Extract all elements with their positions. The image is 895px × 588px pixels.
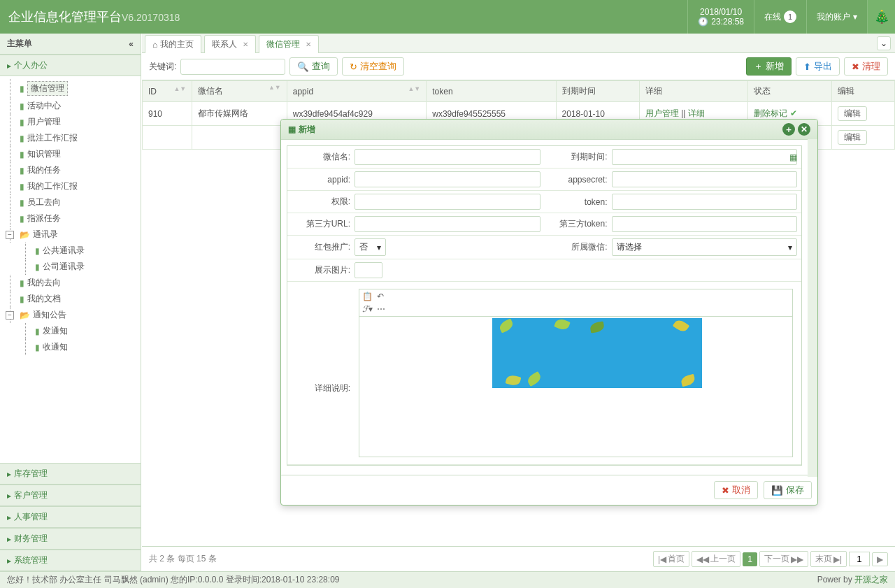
paste-icon[interactable]: 📋	[362, 292, 373, 301]
page-input[interactable]	[849, 552, 870, 566]
footer-greeting: 您好！技术部 办公室主任 司马飘然 (admin) 您的IP:0.0.0.0 登…	[7, 574, 339, 586]
folder-icon: 📂	[20, 310, 30, 320]
tree-item-wechat[interactable]: ▮微信管理	[0, 79, 141, 98]
file-icon: ▮	[20, 294, 24, 304]
editor-canvas[interactable]	[359, 317, 792, 457]
file-icon: ▮	[20, 134, 24, 143]
modal-header[interactable]: ▦新增 ＋ ✕	[281, 120, 817, 140]
input-appsecret[interactable]	[612, 171, 798, 187]
tree-item-activity[interactable]: ▮活动中心	[0, 98, 141, 114]
footer: 您好！技术部 办公室主任 司马飘然 (admin) 您的IP:0.0.0.0 登…	[0, 571, 895, 588]
tree-collapse-icon[interactable]: −	[6, 311, 14, 320]
search-button[interactable]: 🔍查询	[289, 57, 338, 76]
add-button[interactable]: ＋新增	[746, 57, 792, 76]
select-redpacket[interactable]: 否▾	[355, 238, 386, 256]
cancel-button[interactable]: ✖取消	[714, 481, 758, 499]
link-usermgmt[interactable]: 用户管理	[645, 108, 679, 118]
tree-item-contacts[interactable]: −📂通讯录	[0, 227, 141, 243]
th-id[interactable]: ID▲▼	[143, 81, 192, 102]
tree-item-mytasks[interactable]: ▮我的任务	[0, 162, 141, 178]
modal-add-icon[interactable]: ＋	[782, 123, 795, 136]
header-online[interactable]: 在线 1	[754, 0, 806, 34]
tree-item-send-notice[interactable]: ▮发通知	[0, 323, 141, 339]
input-expire[interactable]	[612, 149, 798, 165]
sort-icon[interactable]: ▲▼	[268, 85, 281, 89]
font-icon[interactable]: ℱ▾	[362, 304, 373, 314]
status-link[interactable]: 删除标记	[754, 108, 787, 118]
more-icon[interactable]: ⋯	[377, 304, 385, 314]
save-button[interactable]: 💾保存	[764, 481, 812, 499]
sidebar-section-personal[interactable]: ▸ 个人办公	[0, 55, 141, 76]
page-go[interactable]: ▶	[872, 552, 888, 566]
tree-item-staff[interactable]: ▮员工去向	[0, 194, 141, 210]
rich-editor[interactable]: 📋↶ ℱ▾⋯	[359, 289, 793, 457]
th-detail: 详细	[639, 81, 747, 102]
tabs-dropdown[interactable]: ⌄	[877, 36, 891, 50]
link-detail[interactable]: 详细	[688, 108, 705, 118]
tree-item-users[interactable]: ▮用户管理	[0, 114, 141, 130]
tab-contacts[interactable]: 联系人✕	[204, 35, 256, 53]
sidebar-section-hr[interactable]: ▸人事管理	[0, 506, 141, 528]
modal-scrollbar[interactable]	[808, 139, 817, 477]
tree-item-knowledge[interactable]: ▮知识管理	[0, 146, 141, 162]
th-name[interactable]: 微信名▲▼	[192, 81, 287, 102]
page-last[interactable]: 末页 ▶|	[810, 551, 847, 567]
tree-item-annotate[interactable]: ▮批注工作汇报	[0, 130, 141, 146]
sort-icon[interactable]: ▲▼	[173, 87, 186, 91]
close-icon: ✖	[722, 485, 729, 496]
header-tree-icon[interactable]: 🎄	[867, 0, 895, 34]
sidebar-section-inventory[interactable]: ▸库存管理	[0, 463, 141, 485]
input-token[interactable]	[612, 194, 798, 210]
input-show-image[interactable]	[355, 262, 382, 278]
undo-icon[interactable]: ↶	[377, 292, 384, 301]
modal-close-icon[interactable]: ✕	[798, 123, 810, 136]
tree-collapse-icon[interactable]: −	[6, 231, 14, 239]
chevron-down-icon: ⌄	[880, 38, 887, 48]
edit-button[interactable]: 编辑	[838, 106, 867, 121]
page-prev[interactable]: ◀◀ 上一页	[692, 551, 740, 567]
main-content: ⌂我的主页 联系人✕ 微信管理✕ ⌄ 关键词: 🔍查询 ↻清空查询 ＋新增 ⬆导…	[141, 34, 895, 571]
tab-home[interactable]: ⌂我的主页	[145, 35, 201, 53]
sort-icon[interactable]: ▲▼	[408, 87, 420, 91]
select-belongs[interactable]: 请选择▾	[612, 238, 798, 256]
caret-right-icon: ▸	[7, 491, 11, 501]
tab-wechat[interactable]: 微信管理✕	[259, 35, 319, 53]
sidebar-section-system[interactable]: ▸系统管理	[0, 550, 141, 571]
calendar-icon[interactable]: ▦	[789, 152, 797, 162]
clear-search-button[interactable]: ↻清空查询	[342, 57, 404, 76]
page-current[interactable]: 1	[743, 552, 757, 566]
file-icon: ▮	[35, 327, 40, 336]
tree-item-recv-notice[interactable]: ▮收通知	[0, 339, 141, 355]
input-third-url[interactable]	[355, 216, 540, 232]
th-appid[interactable]: appid▲▼	[287, 81, 427, 102]
online-count-badge: 1	[784, 10, 796, 23]
page-next[interactable]: 下一页 ▶▶	[759, 551, 808, 567]
cell-name	[192, 126, 287, 150]
tree-item-public-contacts[interactable]: ▮公共通讯录	[0, 243, 141, 259]
input-wechat-name[interactable]	[355, 149, 540, 165]
export-button[interactable]: ⬆导出	[796, 57, 840, 76]
sidebar-main-menu-header: 主菜单 «	[0, 34, 141, 55]
input-third-token[interactable]	[612, 216, 798, 232]
tree-item-mydocs[interactable]: ▮我的文档	[0, 291, 141, 307]
tree-item-mydirection[interactable]: ▮我的去向	[0, 275, 141, 291]
close-icon[interactable]: ✕	[306, 41, 311, 48]
keyword-input[interactable]	[180, 59, 285, 75]
sidebar-section-finance[interactable]: ▸财务管理	[0, 528, 141, 550]
edit-button[interactable]: 编辑	[838, 130, 867, 145]
tree-item-company-contacts[interactable]: ▮公司通讯录	[0, 259, 141, 275]
tree-item-myreports[interactable]: ▮我的工作汇报	[0, 178, 141, 194]
sidebar-section-customer[interactable]: ▸客户管理	[0, 485, 141, 506]
cleanup-button[interactable]: ✖清理	[844, 57, 888, 76]
collapse-icon[interactable]: «	[129, 39, 134, 49]
tree-item-assign[interactable]: ▮指派任务	[0, 210, 141, 227]
page-first[interactable]: |◀ 首页	[653, 551, 689, 567]
input-permission[interactable]	[355, 194, 540, 210]
footer-link[interactable]: 开源之家	[854, 575, 888, 585]
tree-item-notice[interactable]: −📂通知公告	[0, 307, 141, 323]
close-icon[interactable]: ✕	[243, 41, 248, 48]
modal-footer: ✖取消 💾保存	[281, 475, 817, 505]
header-account[interactable]: 我的账户 ▾	[806, 0, 867, 34]
input-appid[interactable]	[355, 171, 540, 187]
app-header: 企业信息化管理平台V6.20170318 2018/01/10 🕐23:28:5…	[0, 0, 895, 34]
